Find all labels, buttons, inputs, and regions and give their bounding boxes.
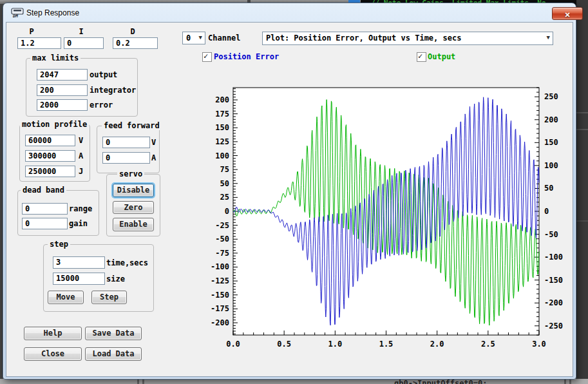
- chevron-down-icon: ▼: [547, 34, 550, 41]
- left-tick-label: 100: [215, 151, 229, 160]
- max-error-label: error: [90, 101, 113, 110]
- channel-value: 0: [186, 34, 191, 43]
- position-error-label: Position Error: [214, 52, 279, 61]
- title-bar[interactable]: DM Step Response ✕: [3, 3, 576, 22]
- step-response-window: DM Step Response ✕ P I D 1.2 0 0.2 0 ▼ C…: [3, 3, 576, 379]
- left-tick-label: -125: [211, 276, 229, 285]
- max-error-field[interactable]: 2000: [37, 99, 88, 111]
- output-label: Output: [428, 52, 455, 61]
- p-gain-field[interactable]: 1.2: [17, 37, 61, 49]
- profile-velocity-field[interactable]: 60000: [25, 135, 75, 146]
- right-tick-label: 100: [544, 161, 558, 170]
- profile-jerk-field[interactable]: 250000: [25, 166, 75, 177]
- max-limits-title: max limits: [30, 53, 81, 62]
- step-size-field[interactable]: 15000: [53, 273, 105, 285]
- profile-accel-field[interactable]: 300000: [25, 150, 75, 162]
- move-button[interactable]: Move: [48, 291, 84, 304]
- svg-text:DM: DM: [12, 14, 19, 18]
- feed-forward-group: [97, 126, 160, 173]
- deadband-gain-label: gain: [69, 219, 88, 228]
- profile-jerk-label: J: [79, 167, 83, 176]
- max-integrator-label: integrator: [90, 86, 136, 95]
- servo-enable-button[interactable]: Enable: [113, 218, 154, 231]
- left-tick-label: -50: [215, 235, 229, 244]
- check-icon: ✓: [418, 52, 422, 61]
- max-integrator-field[interactable]: 200: [37, 84, 88, 96]
- editor-gutter-line: [142, 379, 144, 384]
- ff-accel-field[interactable]: 0: [102, 152, 150, 164]
- channel-select[interactable]: 0 ▼: [182, 32, 205, 44]
- step-size-label: size: [106, 274, 125, 283]
- right-tick-label: 0: [544, 207, 549, 216]
- servo-title: servo: [117, 169, 144, 178]
- feed-forward-title: feed forward: [102, 121, 162, 130]
- i-gain-field[interactable]: 0: [64, 37, 104, 49]
- left-tick-label: 75: [220, 165, 229, 174]
- ff-velocity-field[interactable]: 0: [102, 137, 150, 148]
- x-tick-label: 2.5: [481, 340, 495, 349]
- plot-type-select[interactable]: Plot: Position Error, Output vs Time, se…: [262, 32, 553, 45]
- step-time-label: time,secs: [106, 258, 148, 267]
- left-tick-label: -75: [215, 249, 229, 258]
- i-gain-label: I: [68, 27, 94, 36]
- left-tick-label: 125: [215, 137, 229, 146]
- left-tick-label: 0: [225, 207, 229, 216]
- close-button[interactable]: Close: [24, 347, 82, 361]
- ff-velocity-label: V: [151, 138, 156, 147]
- motion-profile-title: motion profile: [20, 120, 89, 129]
- right-tick-label: -100: [544, 253, 563, 262]
- servo-disable-button[interactable]: Disable: [113, 184, 154, 197]
- deadband-range-label: range: [69, 204, 92, 213]
- editor-gutter-line: [137, 379, 139, 384]
- close-window-button[interactable]: ✕: [552, 7, 583, 20]
- left-tick-label: -150: [211, 291, 229, 300]
- right-tick-label: 250: [544, 92, 558, 101]
- app-icon: DM: [11, 8, 24, 17]
- right-tick-label: 50: [544, 184, 553, 193]
- plot-type-value: Plot: Position Error, Output vs Time, se…: [266, 34, 461, 43]
- step-button[interactable]: Step: [91, 291, 127, 304]
- max-output-field[interactable]: 2047: [37, 69, 88, 81]
- background-right-panel: [576, 0, 588, 384]
- output-checkbox[interactable]: ✓: [417, 52, 426, 62]
- help-button[interactable]: Help: [24, 327, 82, 340]
- servo-zero-button[interactable]: Zero: [113, 201, 154, 214]
- panel-divider: [576, 112, 588, 113]
- panel-divider: [576, 129, 588, 130]
- right-tick-label: 200: [544, 115, 558, 124]
- window-content: P I D 1.2 0 0.2 0 ▼ Channel Plot: Positi…: [6, 22, 573, 377]
- deadband-gain-field[interactable]: 0: [22, 218, 68, 229]
- right-tick-label: -150: [544, 276, 563, 285]
- x-tick-label: 1.0: [328, 340, 342, 349]
- check-icon: ✓: [204, 52, 208, 61]
- save-data-button[interactable]: Save Data: [85, 327, 142, 340]
- left-tick-label: 25: [220, 193, 229, 202]
- left-tick-label: 175: [215, 110, 229, 119]
- x-tick-label: 0.0: [226, 340, 240, 349]
- step-time-field[interactable]: 3: [53, 256, 105, 269]
- x-tick-label: 3.0: [532, 340, 546, 349]
- left-tick-label: -200: [211, 318, 229, 327]
- load-data-button[interactable]: Load Data: [85, 347, 142, 361]
- editor-gutter-line: [569, 379, 571, 384]
- position-error-checkbox[interactable]: ✓: [202, 52, 212, 62]
- profile-velocity-label: V: [79, 136, 83, 145]
- ff-accel-label: A: [151, 153, 156, 162]
- d-gain-label: D: [120, 27, 146, 36]
- left-tick-label: 150: [215, 123, 229, 132]
- right-tick-label: 150: [544, 138, 558, 147]
- left-tick-label: 50: [220, 179, 229, 188]
- step-title: step: [48, 240, 70, 249]
- background-editor-bottom-strip: gb0->InputOffset0=0;: [0, 379, 588, 384]
- d-gain-field[interactable]: 0.2: [113, 37, 158, 49]
- right-tick-label: -200: [544, 298, 563, 307]
- editor-gutter-line: [564, 379, 566, 384]
- left-tick-label: 200: [215, 95, 229, 104]
- dead-band-title: dead band: [21, 186, 66, 195]
- profile-accel-label: A: [79, 151, 83, 160]
- left-tick-label: -25: [215, 221, 229, 230]
- panel-divider: [576, 220, 588, 222]
- left-tick-label: -100: [211, 262, 229, 271]
- deadband-range-field[interactable]: 0: [22, 203, 68, 215]
- step-response-chart: 2001751501251007550250-25-50-75-100-125-…: [211, 79, 568, 356]
